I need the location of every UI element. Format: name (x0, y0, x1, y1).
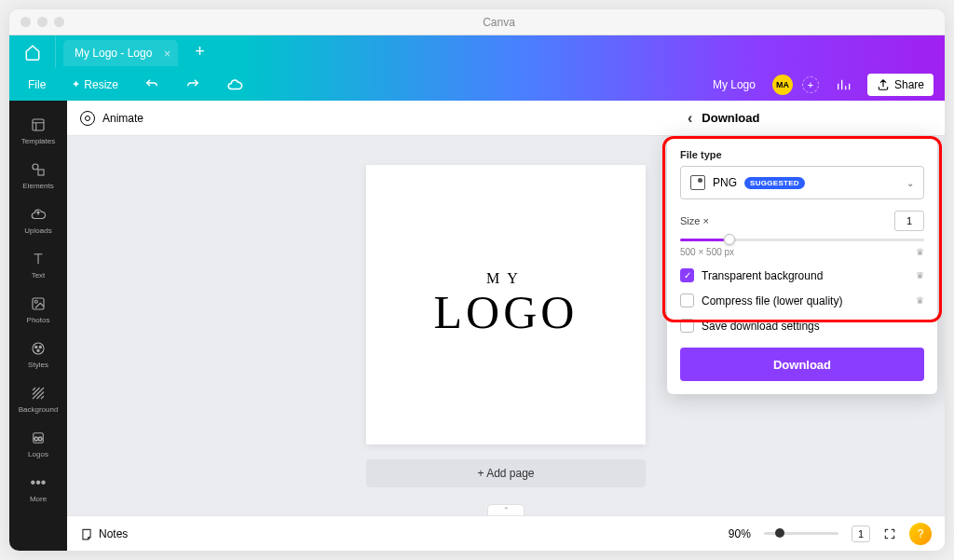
bottom-bar: Notes 90% 1 ? (67, 515, 945, 551)
project-name[interactable]: My Logo (705, 75, 763, 95)
transparent-bg-option[interactable]: ✓ Transparent background ♛ (680, 268, 924, 282)
svg-point-8 (37, 349, 39, 351)
zoom-value: 90% (729, 527, 751, 540)
traffic-close[interactable] (20, 17, 31, 27)
canvas-area: Animate MY LOGO + Add page ⌃ (67, 101, 945, 551)
dimensions-text: 500 × 500 px (680, 247, 734, 257)
filetype-select[interactable]: PNG SUGGESTED ⌄ (680, 166, 924, 199)
crown-icon: ♛ (916, 295, 924, 306)
fullscreen-button[interactable] (883, 527, 896, 540)
sidebar-item-background[interactable]: Background (9, 376, 67, 421)
redo-button[interactable] (178, 74, 208, 96)
download-panel-header: ‹ Download (675, 101, 945, 136)
notes-icon (80, 527, 93, 540)
save-settings-option[interactable]: Save download settings (680, 319, 924, 333)
design-page[interactable]: MY LOGO (366, 165, 646, 444)
notes-button[interactable]: Notes (80, 527, 128, 540)
crown-icon: ♛ (916, 247, 924, 257)
document-tab[interactable]: My Logo - Logo × (63, 40, 178, 66)
add-page-button[interactable]: + Add page (366, 459, 646, 487)
window-titlebar: Canva (9, 9, 945, 35)
sidebar-item-photos[interactable]: Photos (9, 287, 67, 332)
size-label: Size × (680, 215, 709, 226)
sidebar-item-templates[interactable]: Templates (9, 108, 67, 153)
footer-expand-tab[interactable]: ⌃ (487, 504, 525, 515)
animate-icon (80, 111, 95, 126)
svg-point-4 (34, 300, 37, 303)
slider-thumb[interactable] (724, 234, 735, 245)
checkbox-icon[interactable] (680, 294, 694, 307)
cloud-icon (226, 76, 243, 93)
svg-text:CO: CO (34, 436, 43, 442)
more-icon: ••• (29, 473, 48, 492)
svg-point-7 (39, 346, 41, 348)
help-button[interactable]: ? (909, 523, 932, 545)
styles-icon (29, 339, 48, 358)
compress-option[interactable]: Compress file (lower quality) ♛ (680, 294, 924, 307)
svg-point-6 (35, 346, 37, 348)
upload-icon (877, 78, 890, 91)
crown-icon: ♛ (916, 270, 924, 280)
background-icon (29, 384, 48, 403)
logos-icon: CO (29, 429, 48, 447)
sidebar-item-styles[interactable]: Styles (9, 332, 67, 376)
sidebar-item-elements[interactable]: Elements (9, 153, 67, 198)
resize-icon: ✦ (72, 78, 80, 90)
insights-button[interactable] (828, 74, 858, 96)
size-input[interactable] (894, 211, 924, 231)
cloud-sync-button[interactable] (219, 73, 251, 97)
undo-button[interactable] (137, 74, 167, 96)
checkbox-checked-icon[interactable]: ✓ (680, 268, 694, 282)
share-button[interactable]: Share (867, 74, 934, 96)
resize-button[interactable]: ✦ Resize (64, 75, 126, 95)
image-icon (690, 175, 705, 190)
traffic-zoom[interactable] (54, 17, 64, 27)
elements-icon (29, 160, 48, 179)
redo-icon (185, 77, 200, 92)
svg-rect-3 (33, 298, 44, 309)
sidebar-item-text[interactable]: Text (9, 242, 67, 287)
page-count[interactable]: 1 (852, 526, 870, 542)
svg-rect-2 (38, 170, 44, 175)
text-icon (29, 250, 48, 268)
main-toolbar: File ✦ Resize My Logo MA + (9, 68, 945, 101)
zoom-slider[interactable] (764, 532, 838, 535)
suggested-badge: SUGGESTED (744, 177, 805, 189)
photos-icon (29, 294, 48, 313)
close-tab-icon[interactable]: × (164, 47, 171, 61)
animate-button[interactable]: Animate (80, 111, 143, 126)
window-title: Canva (64, 16, 934, 29)
sidebar-item-more[interactable]: ••• More (9, 466, 67, 511)
tab-strip: My Logo - Logo × + (9, 35, 945, 68)
templates-icon (29, 116, 48, 134)
left-sidebar: Templates Elements Uploads Text Photos S… (9, 101, 67, 551)
download-button[interactable]: Download (680, 348, 924, 381)
size-slider[interactable] (680, 239, 924, 241)
user-avatar[interactable]: MA (772, 75, 793, 95)
svg-rect-0 (33, 119, 44, 130)
chart-icon (836, 77, 851, 92)
back-button[interactable]: ‹ (688, 110, 692, 127)
file-menu[interactable]: File (20, 75, 53, 95)
add-collaborator-button[interactable]: + (802, 76, 819, 93)
fullscreen-icon (883, 527, 896, 540)
logo-title[interactable]: LOGO (434, 285, 579, 339)
traffic-minimize[interactable] (37, 17, 48, 27)
checkbox-icon[interactable] (680, 319, 694, 333)
tab-title: My Logo - Logo (75, 47, 152, 60)
sidebar-item-logos[interactable]: CO Logos (9, 421, 67, 466)
uploads-icon (29, 205, 48, 224)
filetype-value: PNG (713, 176, 737, 189)
home-icon (24, 44, 41, 61)
zoom-thumb[interactable] (775, 528, 784, 538)
panel-title: Download (702, 111, 759, 125)
svg-point-5 (33, 343, 44, 354)
new-tab-button[interactable]: + (185, 38, 213, 66)
sidebar-item-uploads[interactable]: Uploads (9, 198, 67, 242)
svg-point-1 (33, 164, 38, 170)
chevron-down-icon: ⌄ (906, 178, 914, 188)
download-panel: File type PNG SUGGESTED ⌄ Size × 500 × 5… (667, 136, 937, 394)
filetype-label: File type (680, 149, 924, 160)
undo-icon (144, 77, 159, 92)
home-button[interactable] (9, 35, 56, 68)
